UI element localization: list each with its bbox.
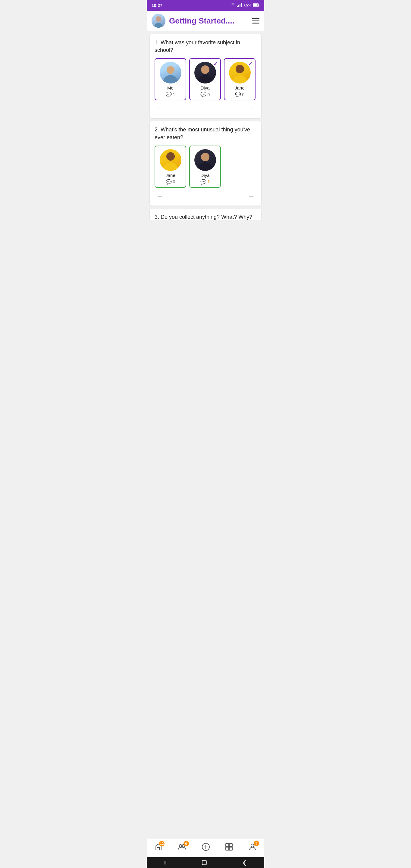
option-diya-q1-name: Diya [200,85,210,90]
q2-prev-arrow[interactable]: ← [155,191,165,201]
comment-bubble-icon-2: 💬 [200,92,207,97]
option-jane-q2-name: Jane [165,173,176,178]
comment-bubble-icon-4: 💬 [166,179,172,185]
question-1-text: 1. What was your favorite subject in sch… [155,39,256,54]
option-jane-q1-name: Jane [235,85,245,90]
battery-percent: 89% [244,3,251,8]
signal-icon [237,3,242,8]
comment-bubble-icon: 💬 [166,92,172,97]
option-jane-q1-comments: 💬 0 [235,92,245,97]
comment-bubble-icon-5: 💬 [200,179,207,185]
status-time: 10:27 [152,3,162,8]
status-bar: 10:27 89% [147,0,264,11]
svg-rect-5 [259,4,259,6]
comment-bubble-icon-3: 💬 [235,92,241,97]
option-me-comments: 💬 1 [166,92,176,97]
option-diya-q2-comments: 💬 1 [200,179,210,185]
svg-rect-6 [253,4,258,6]
avatar-jane-q1 [229,62,251,84]
wifi-icon [230,3,235,8]
battery-icon [253,3,259,8]
svg-rect-1 [238,5,239,7]
question-1-nav: ← → [155,104,256,113]
option-jane-q1[interactable]: ✓ Jane 💬 0 [224,58,255,100]
main-scroll-area: 1. What was your favorite subject in sch… [147,31,264,220]
question-3-text: 3. Do you collect anything? What? Why? [155,213,256,220]
status-icons: 89% [230,3,259,8]
option-diya-q1-count: 0 [208,92,210,97]
hamburger-menu-button[interactable] [252,18,259,24]
option-me-count: 1 [173,92,176,97]
header-avatar[interactable] [152,14,165,28]
header-title: Getting Started.... [169,16,249,26]
option-me-name: Me [167,85,173,90]
app-header: Getting Started.... [147,11,264,31]
svg-rect-0 [237,6,238,7]
option-jane-q2-comments: 💬 0 [166,179,176,185]
question-1-options: Me 💬 1 ✓ Diya 💬 0 [155,58,256,100]
option-diya-q2[interactable]: Diya 💬 1 [189,146,221,188]
option-diya-q1-comments: 💬 0 [200,92,210,97]
option-jane-q1-count: 0 [242,92,245,97]
avatar-jane-q2 [160,149,181,171]
avatar-diya-q1 [194,62,216,84]
main-content: 1. What was your favorite subject in sch… [147,31,264,220]
question-2-text: 2. What's the most unusual thing you've … [155,126,256,141]
option-diya-q2-name: Diya [200,173,210,178]
question-card-1: 1. What was your favorite subject in sch… [150,34,261,118]
avatar-me [160,62,181,84]
svg-rect-2 [240,4,241,7]
q2-next-arrow[interactable]: → [246,191,256,201]
option-diya-q1[interactable]: ✓ Diya 💬 0 [189,58,221,100]
option-diya-q2-count: 1 [208,179,210,184]
svg-rect-3 [241,3,242,7]
option-jane-q2[interactable]: Jane 💬 0 [155,146,186,188]
question-card-2: 2. What's the most unusual thing you've … [150,121,261,205]
question-card-3: 3. Do you collect anything? What? Why? J… [150,209,261,220]
option-jane-q2-count: 0 [173,179,176,184]
question-2-options: Jane 💬 0 Diya 💬 1 [155,146,256,188]
question-2-nav: ← → [155,191,256,201]
option-me[interactable]: Me 💬 1 [155,58,186,100]
q1-next-arrow[interactable]: → [246,104,256,113]
avatar-diya-q2 [194,149,216,171]
q1-prev-arrow[interactable]: ← [155,104,165,113]
